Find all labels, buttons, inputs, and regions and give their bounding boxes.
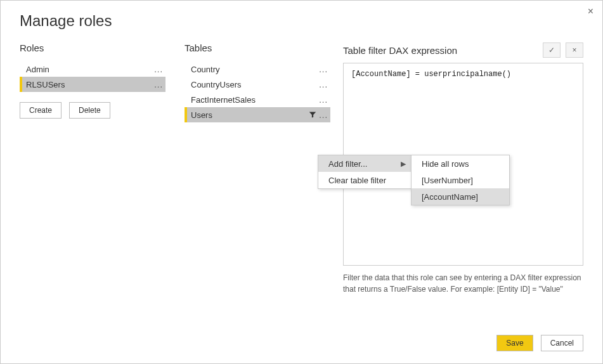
table-item-country[interactable]: Country ... <box>185 62 330 77</box>
tables-heading: Tables <box>185 42 330 53</box>
menu-item-label: Add filter... <box>328 159 367 169</box>
ellipsis-icon[interactable]: ... <box>319 65 328 74</box>
menu-item-hide-all-rows[interactable]: Hide all rows <box>412 155 509 172</box>
filter-icon <box>309 111 319 119</box>
save-button[interactable]: Save <box>496 335 533 351</box>
tables-list: Country ... CountryUsers ... FactInterne… <box>185 61 330 122</box>
discard-button[interactable]: × <box>566 42 583 58</box>
role-item-label: RLSUSers <box>26 80 154 89</box>
menu-item-clear-filter[interactable]: Clear table filter <box>318 172 411 188</box>
table-item-users[interactable]: Users ... <box>185 107 330 122</box>
manage-roles-dialog: × Manage roles Roles Admin ... RLSUSers … <box>0 0 603 364</box>
roles-panel: Roles Admin ... RLSUSers ... Create Dele… <box>20 36 165 323</box>
menu-item-label: [UserNumber] <box>422 176 473 185</box>
table-item-label: CountryUsers <box>191 80 319 89</box>
ellipsis-icon[interactable]: ... <box>319 95 328 105</box>
menu-item-usernumber[interactable]: [UserNumber] <box>412 172 509 188</box>
ellipsis-icon[interactable]: ... <box>154 80 163 89</box>
ellipsis-icon[interactable]: ... <box>319 80 328 89</box>
menu-item-accountname[interactable]: [AccountName] <box>412 188 509 205</box>
check-icon: ✓ <box>548 46 555 55</box>
menu-item-label: Clear table filter <box>328 176 386 185</box>
role-item-rlsusers[interactable]: RLSUSers ... <box>20 77 165 92</box>
ellipsis-icon[interactable]: ... <box>319 110 328 120</box>
confirm-button[interactable]: ✓ <box>543 42 561 58</box>
role-item-label: Admin <box>26 65 154 74</box>
menu-item-label: [AccountName] <box>422 192 478 202</box>
close-icon[interactable]: × <box>588 6 593 17</box>
table-item-countryusers[interactable]: CountryUsers ... <box>185 77 330 92</box>
x-icon: × <box>572 46 576 55</box>
add-filter-submenu: Hide all rows [UserNumber] [AccountName] <box>411 155 510 205</box>
create-button[interactable]: Create <box>20 102 62 119</box>
expression-heading: Table filter DAX expression <box>343 45 457 56</box>
roles-list: Admin ... RLSUSers ... <box>20 61 165 92</box>
delete-button[interactable]: Delete <box>69 102 110 119</box>
cancel-button[interactable]: Cancel <box>541 335 583 351</box>
ellipsis-icon[interactable]: ... <box>154 65 163 74</box>
table-item-label: Users <box>191 110 309 120</box>
dialog-title: Manage roles <box>1 1 602 36</box>
role-item-admin[interactable]: Admin ... <box>20 62 165 77</box>
expression-hint: Filter the data that this role can see b… <box>343 272 583 295</box>
tables-panel: Tables Country ... CountryUsers ... Fact… <box>185 36 330 323</box>
menu-item-add-filter[interactable]: Add filter... ▶ <box>318 155 411 172</box>
dialog-footer: Save Cancel <box>1 323 602 363</box>
table-context-menu: Add filter... ▶ Clear table filter <box>318 155 412 189</box>
table-item-factinternetsales[interactable]: FactInternetSales ... <box>185 92 330 107</box>
menu-item-label: Hide all rows <box>422 159 469 169</box>
roles-heading: Roles <box>20 42 165 53</box>
table-item-label: Country <box>191 65 319 74</box>
chevron-right-icon: ▶ <box>401 160 406 168</box>
table-item-label: FactInternetSales <box>191 95 319 105</box>
